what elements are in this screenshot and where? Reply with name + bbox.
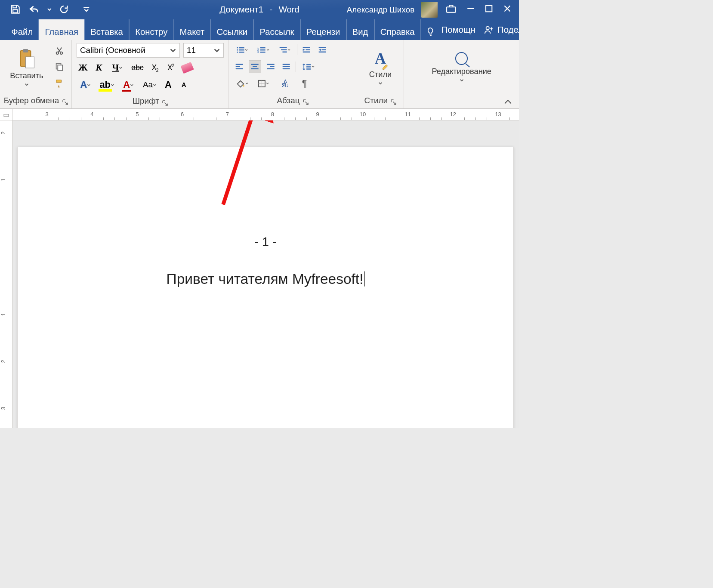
cut-button[interactable]: [52, 44, 66, 58]
line-spacing-button[interactable]: [299, 60, 317, 74]
chevron-down-icon: [111, 83, 114, 86]
font-color-button[interactable]: A: [119, 78, 137, 92]
ruler-h-label: 6: [181, 111, 184, 117]
editing-label: Редактирование: [432, 67, 491, 76]
font-launcher-icon[interactable]: [162, 99, 168, 104]
text-caret: [364, 271, 365, 286]
ruler-h-label: 9: [316, 111, 319, 117]
chevron-down-icon: [130, 83, 134, 86]
tab-references[interactable]: Ссылки: [210, 19, 253, 40]
clear-formatting-button[interactable]: [180, 62, 195, 75]
tab-help[interactable]: Справка: [374, 19, 421, 40]
maximize-button[interactable]: [483, 3, 494, 16]
bold-button[interactable]: Ж: [77, 62, 90, 75]
tab-design[interactable]: Констру: [129, 19, 173, 40]
tell-me-label[interactable]: Помощн: [441, 25, 475, 35]
search-icon: [455, 52, 468, 65]
document-body-text[interactable]: Привет читателям Myfreesoft!: [167, 271, 365, 287]
undo-button[interactable]: [28, 3, 41, 16]
underline-button[interactable]: Ч: [108, 62, 127, 75]
highlight-color-button[interactable]: ab: [98, 78, 116, 92]
qat-customize-button[interactable]: [81, 4, 91, 15]
grow-font-button[interactable]: A: [162, 78, 174, 92]
copy-button[interactable]: [52, 61, 66, 74]
font-color-icon: A: [123, 79, 130, 90]
ruler-h-label: 5: [136, 111, 139, 117]
multilevel-list-button[interactable]: [276, 43, 294, 56]
align-center-button[interactable]: [249, 60, 261, 74]
page-number: - 1 -: [18, 235, 513, 249]
ribbon-tabs: Файл Главная Вставка Констру Макет Ссылк…: [0, 19, 519, 40]
ruler-vertical[interactable]: 21123: [0, 120, 12, 428]
app-name: Word: [279, 5, 299, 14]
bullets-button[interactable]: [233, 43, 251, 56]
ruler-horizontal[interactable]: 345678910111213: [0, 109, 519, 120]
text-effects-icon: A: [80, 79, 87, 90]
subscript-button[interactable]: X2: [148, 62, 161, 75]
sort-icon: АЯ↓: [282, 80, 289, 87]
text-effects-button[interactable]: A: [77, 78, 95, 92]
minimize-button[interactable]: [465, 3, 477, 17]
increase-indent-button[interactable]: [316, 43, 328, 56]
ruler-v-label: 3: [0, 407, 7, 410]
svg-rect-11: [23, 49, 28, 52]
svg-marker-35: [303, 49, 305, 51]
chevron-down-icon: [378, 82, 383, 85]
account-name[interactable]: Александр Шихов: [347, 5, 415, 15]
ruler-h-label: 10: [360, 111, 366, 117]
font-name-combo[interactable]: Calibri (Основной: [77, 43, 180, 57]
ruler-corner[interactable]: [0, 109, 12, 120]
format-painter-button[interactable]: [52, 77, 66, 90]
page[interactable]: - 1 - Привет читателям Myfreesoft!: [18, 147, 513, 428]
strikethrough-button[interactable]: abc: [130, 62, 145, 75]
numbering-button[interactable]: 123: [254, 43, 272, 56]
align-justify-button[interactable]: [280, 60, 293, 74]
eraser-icon: [181, 62, 194, 74]
svg-marker-39: [318, 49, 321, 51]
sort-button[interactable]: АЯ↓: [279, 77, 292, 90]
tab-view[interactable]: Вид: [346, 19, 374, 40]
tab-insert[interactable]: Вставка: [84, 19, 129, 40]
styles-launcher-icon[interactable]: [391, 98, 396, 104]
editing-button[interactable]: Редактирование: [426, 50, 497, 85]
change-case-button[interactable]: Aa: [141, 78, 159, 92]
shrink-font-button[interactable]: A: [178, 78, 190, 92]
tab-file[interactable]: Файл: [6, 19, 39, 40]
chevron-down-icon: [266, 49, 269, 51]
ruler-v-label: 2: [0, 131, 7, 134]
superscript-button[interactable]: X2: [164, 62, 177, 75]
share-button[interactable]: Поделиться: [484, 25, 519, 35]
undo-more-icon[interactable]: [47, 7, 52, 13]
tab-mailings[interactable]: Рассылк: [253, 19, 300, 40]
account-avatar[interactable]: [421, 2, 438, 18]
group-styles-label: Стили: [364, 96, 388, 105]
show-marks-button[interactable]: ¶: [298, 77, 311, 90]
ruler-h-label: 11: [405, 111, 411, 117]
font-size-combo[interactable]: 11: [183, 43, 224, 57]
tab-home[interactable]: Главная: [39, 19, 84, 40]
tab-tell-me-icon[interactable]: [421, 19, 441, 40]
svg-rect-17: [237, 47, 238, 49]
title-bar: Документ1 - Word Александр Шихов: [0, 0, 519, 19]
redo-button[interactable]: [58, 3, 70, 16]
borders-button[interactable]: [254, 77, 272, 90]
align-left-button[interactable]: [233, 60, 246, 74]
styles-button[interactable]: A Стили: [364, 47, 398, 87]
paste-button[interactable]: Вставить: [4, 46, 49, 89]
align-right-button[interactable]: [264, 60, 277, 74]
clipboard-launcher-icon[interactable]: [62, 98, 68, 104]
ribbon-display-options-button[interactable]: [444, 3, 458, 16]
decrease-indent-button[interactable]: [300, 43, 313, 56]
borders-icon: [258, 80, 266, 88]
italic-button[interactable]: К: [93, 62, 105, 75]
collapse-ribbon-button[interactable]: [504, 99, 512, 106]
ruler-h-label: 7: [226, 111, 229, 117]
ruler-v-label: 2: [0, 360, 7, 363]
close-button[interactable]: [502, 3, 514, 17]
save-button[interactable]: [9, 3, 22, 17]
tab-review[interactable]: Рецензи: [300, 19, 346, 40]
tab-layout[interactable]: Макет: [174, 19, 211, 40]
shading-button[interactable]: [233, 77, 251, 90]
svg-rect-16: [58, 65, 63, 71]
paragraph-launcher-icon[interactable]: [303, 98, 309, 104]
